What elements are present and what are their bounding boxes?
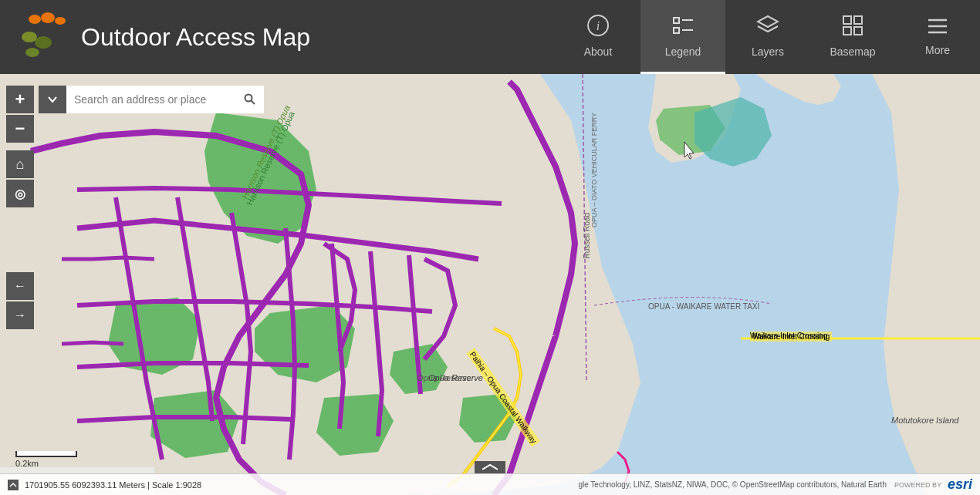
expand-button[interactable] — [475, 461, 505, 473]
logo-area: Outdoor Access Map — [0, 10, 310, 64]
nav-item-more[interactable]: More — [895, 0, 980, 74]
basemap-icon — [841, 14, 864, 42]
more-icon — [926, 16, 949, 41]
bottom-bar: 1701905.55 6092393.11 Meters | Scale 1:9… — [0, 473, 980, 495]
back-button[interactable]: ← — [6, 272, 34, 300]
svg-text:i: i — [596, 19, 600, 32]
svg-point-2 — [55, 17, 66, 25]
svg-rect-15 — [843, 27, 851, 35]
attribution-text: gle Technology, LINZ, StatsNZ, NIWA, DOC… — [578, 480, 887, 489]
nav-item-legend[interactable]: Legend — [640, 0, 725, 74]
nav-item-about[interactable]: i About — [556, 0, 640, 74]
nav-item-layers[interactable]: Layers — [725, 0, 810, 74]
svg-point-1 — [41, 12, 55, 23]
nav-area: i About Legend — [556, 0, 980, 74]
forward-button[interactable]: → — [6, 301, 34, 329]
svg-marker-8 — [674, 18, 679, 23]
esri-logo-text: esri — [948, 476, 972, 493]
svg-rect-16 — [854, 27, 862, 35]
svg-line-25 — [252, 101, 255, 105]
search-icon — [244, 93, 256, 106]
svg-point-4 — [35, 36, 52, 49]
svg-rect-14 — [854, 16, 862, 24]
home-button[interactable]: ⌂ — [6, 150, 34, 178]
nav-label-more: More — [925, 44, 950, 56]
svg-marker-9 — [674, 28, 679, 33]
nav-label-layers: Layers — [752, 45, 784, 58]
locate-button[interactable]: ◎ — [6, 180, 34, 207]
about-icon: i — [586, 14, 610, 42]
map-container[interactable]: + − ⌂ ◎ ← → Harrison Reserve (T) Opua Ha… — [0, 74, 980, 495]
svg-point-3 — [22, 32, 37, 42]
nav-item-basemap[interactable]: Basemap — [810, 0, 895, 74]
svg-point-5 — [25, 48, 39, 57]
svg-marker-12 — [758, 16, 778, 27]
coordinates-display: 1701905.55 6092393.11 Meters | Scale 1:9… — [25, 480, 578, 490]
header: Outdoor Access Map i About — [0, 0, 980, 74]
zoom-in-button[interactable]: + — [6, 86, 34, 113]
legend-icon — [670, 14, 696, 42]
nav-label-basemap: Basemap — [830, 45, 875, 58]
search-bar — [39, 86, 264, 113]
map-background — [0, 74, 980, 495]
esri-badge: POWERED BY esri — [894, 476, 972, 493]
map-controls: + − ⌂ ◎ ← → — [6, 86, 34, 329]
svg-point-24 — [245, 95, 252, 102]
search-submit-button[interactable] — [236, 86, 264, 113]
zoom-out-button[interactable]: − — [6, 115, 34, 143]
layers-icon — [756, 14, 779, 42]
expand-icon — [8, 480, 19, 490]
svg-rect-13 — [843, 16, 851, 24]
search-input[interactable] — [66, 86, 236, 113]
search-dropdown-button[interactable] — [39, 86, 66, 113]
scale-label: 0.2km — [15, 459, 77, 468]
powered-by-text: POWERED BY — [894, 481, 941, 489]
scale-bar: 0.2km — [15, 451, 77, 468]
app-logo — [15, 10, 69, 64]
svg-point-0 — [29, 15, 41, 24]
nav-label-legend: Legend — [665, 45, 701, 58]
chevron-down-icon — [47, 94, 58, 105]
nav-label-about: About — [584, 45, 613, 58]
app-title: Outdoor Access Map — [81, 23, 310, 52]
